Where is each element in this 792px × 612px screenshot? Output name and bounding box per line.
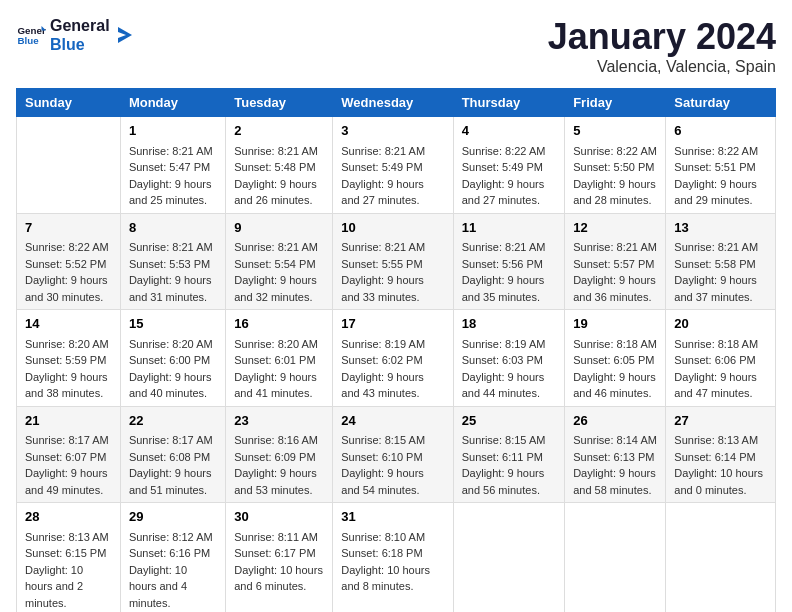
sunrise: Sunrise: 8:19 AM xyxy=(341,338,425,350)
sunset: Sunset: 5:49 PM xyxy=(462,161,543,173)
day-number: 13 xyxy=(674,218,767,238)
calendar-cell xyxy=(666,503,776,613)
logo-blue-text: Blue xyxy=(50,35,110,54)
calendar-header-row: SundayMondayTuesdayWednesdayThursdayFrid… xyxy=(17,89,776,117)
sunset: Sunset: 6:10 PM xyxy=(341,451,422,463)
daylight: Daylight: 9 hours and 29 minutes. xyxy=(674,178,757,207)
subtitle: Valencia, Valencia, Spain xyxy=(548,58,776,76)
cell-content: Sunrise: 8:19 AMSunset: 6:02 PMDaylight:… xyxy=(341,336,444,402)
cell-content: Sunrise: 8:13 AMSunset: 6:14 PMDaylight:… xyxy=(674,432,767,498)
calendar-cell: 10Sunrise: 8:21 AMSunset: 5:55 PMDayligh… xyxy=(333,213,453,310)
daylight: Daylight: 9 hours and 44 minutes. xyxy=(462,371,545,400)
sunrise: Sunrise: 8:20 AM xyxy=(129,338,213,350)
calendar-cell: 4Sunrise: 8:22 AMSunset: 5:49 PMDaylight… xyxy=(453,117,565,214)
day-number: 16 xyxy=(234,314,324,334)
calendar-cell: 18Sunrise: 8:19 AMSunset: 6:03 PMDayligh… xyxy=(453,310,565,407)
daylight: Daylight: 9 hours and 46 minutes. xyxy=(573,371,656,400)
calendar-cell: 1Sunrise: 8:21 AMSunset: 5:47 PMDaylight… xyxy=(120,117,225,214)
cell-content: Sunrise: 8:14 AMSunset: 6:13 PMDaylight:… xyxy=(573,432,657,498)
day-number: 9 xyxy=(234,218,324,238)
logo-general-text: General xyxy=(50,16,110,35)
daylight: Daylight: 9 hours and 58 minutes. xyxy=(573,467,656,496)
calendar-cell: 13Sunrise: 8:21 AMSunset: 5:58 PMDayligh… xyxy=(666,213,776,310)
sunrise: Sunrise: 8:21 AM xyxy=(674,241,758,253)
daylight: Daylight: 9 hours and 47 minutes. xyxy=(674,371,757,400)
cell-content: Sunrise: 8:10 AMSunset: 6:18 PMDaylight:… xyxy=(341,529,444,595)
sunset: Sunset: 6:18 PM xyxy=(341,547,422,559)
daylight: Daylight: 9 hours and 43 minutes. xyxy=(341,371,424,400)
day-number: 4 xyxy=(462,121,557,141)
sunset: Sunset: 6:00 PM xyxy=(129,354,210,366)
day-number: 31 xyxy=(341,507,444,527)
day-number: 19 xyxy=(573,314,657,334)
day-number: 23 xyxy=(234,411,324,431)
calendar-cell: 2Sunrise: 8:21 AMSunset: 5:48 PMDaylight… xyxy=(226,117,333,214)
sunset: Sunset: 5:49 PM xyxy=(341,161,422,173)
sunrise: Sunrise: 8:19 AM xyxy=(462,338,546,350)
calendar-cell xyxy=(565,503,666,613)
daylight: Daylight: 10 hours and 0 minutes. xyxy=(674,467,763,496)
day-number: 5 xyxy=(573,121,657,141)
day-number: 24 xyxy=(341,411,444,431)
day-number: 28 xyxy=(25,507,112,527)
daylight: Daylight: 9 hours and 31 minutes. xyxy=(129,274,212,303)
sunset: Sunset: 5:54 PM xyxy=(234,258,315,270)
sunrise: Sunrise: 8:20 AM xyxy=(25,338,109,350)
sunrise: Sunrise: 8:13 AM xyxy=(674,434,758,446)
day-number: 2 xyxy=(234,121,324,141)
cell-content: Sunrise: 8:22 AMSunset: 5:52 PMDaylight:… xyxy=(25,239,112,305)
day-number: 3 xyxy=(341,121,444,141)
calendar-cell: 21Sunrise: 8:17 AMSunset: 6:07 PMDayligh… xyxy=(17,406,121,503)
day-number: 6 xyxy=(674,121,767,141)
cell-content: Sunrise: 8:18 AMSunset: 6:06 PMDaylight:… xyxy=(674,336,767,402)
calendar-cell: 11Sunrise: 8:21 AMSunset: 5:56 PMDayligh… xyxy=(453,213,565,310)
sunset: Sunset: 6:13 PM xyxy=(573,451,654,463)
calendar-cell: 29Sunrise: 8:12 AMSunset: 6:16 PMDayligh… xyxy=(120,503,225,613)
daylight: Daylight: 9 hours and 33 minutes. xyxy=(341,274,424,303)
svg-text:Blue: Blue xyxy=(18,35,40,46)
header-thursday: Thursday xyxy=(453,89,565,117)
cell-content: Sunrise: 8:21 AMSunset: 5:58 PMDaylight:… xyxy=(674,239,767,305)
sunset: Sunset: 6:14 PM xyxy=(674,451,755,463)
sunrise: Sunrise: 8:10 AM xyxy=(341,531,425,543)
header-sunday: Sunday xyxy=(17,89,121,117)
day-number: 25 xyxy=(462,411,557,431)
title-section: January 2024 Valencia, Valencia, Spain xyxy=(548,16,776,76)
calendar-cell: 15Sunrise: 8:20 AMSunset: 6:00 PMDayligh… xyxy=(120,310,225,407)
sunset: Sunset: 5:52 PM xyxy=(25,258,106,270)
header-wednesday: Wednesday xyxy=(333,89,453,117)
sunrise: Sunrise: 8:22 AM xyxy=(462,145,546,157)
calendar-cell: 30Sunrise: 8:11 AMSunset: 6:17 PMDayligh… xyxy=(226,503,333,613)
sunset: Sunset: 6:03 PM xyxy=(462,354,543,366)
calendar-cell: 27Sunrise: 8:13 AMSunset: 6:14 PMDayligh… xyxy=(666,406,776,503)
sunset: Sunset: 6:09 PM xyxy=(234,451,315,463)
cell-content: Sunrise: 8:21 AMSunset: 5:47 PMDaylight:… xyxy=(129,143,217,209)
header-saturday: Saturday xyxy=(666,89,776,117)
sunset: Sunset: 6:15 PM xyxy=(25,547,106,559)
sunset: Sunset: 6:07 PM xyxy=(25,451,106,463)
calendar-cell: 9Sunrise: 8:21 AMSunset: 5:54 PMDaylight… xyxy=(226,213,333,310)
day-number: 21 xyxy=(25,411,112,431)
day-number: 26 xyxy=(573,411,657,431)
calendar-cell: 6Sunrise: 8:22 AMSunset: 5:51 PMDaylight… xyxy=(666,117,776,214)
cell-content: Sunrise: 8:21 AMSunset: 5:57 PMDaylight:… xyxy=(573,239,657,305)
sunrise: Sunrise: 8:14 AM xyxy=(573,434,657,446)
calendar-cell: 23Sunrise: 8:16 AMSunset: 6:09 PMDayligh… xyxy=(226,406,333,503)
cell-content: Sunrise: 8:20 AMSunset: 5:59 PMDaylight:… xyxy=(25,336,112,402)
sunrise: Sunrise: 8:20 AM xyxy=(234,338,318,350)
sunrise: Sunrise: 8:21 AM xyxy=(341,145,425,157)
daylight: Daylight: 10 hours and 2 minutes. xyxy=(25,564,83,609)
sunrise: Sunrise: 8:22 AM xyxy=(25,241,109,253)
cell-content: Sunrise: 8:16 AMSunset: 6:09 PMDaylight:… xyxy=(234,432,324,498)
sunset: Sunset: 5:59 PM xyxy=(25,354,106,366)
calendar-cell: 8Sunrise: 8:21 AMSunset: 5:53 PMDaylight… xyxy=(120,213,225,310)
daylight: Daylight: 9 hours and 41 minutes. xyxy=(234,371,317,400)
calendar-week-2: 7Sunrise: 8:22 AMSunset: 5:52 PMDaylight… xyxy=(17,213,776,310)
daylight: Daylight: 9 hours and 53 minutes. xyxy=(234,467,317,496)
sunset: Sunset: 5:50 PM xyxy=(573,161,654,173)
cell-content: Sunrise: 8:21 AMSunset: 5:53 PMDaylight:… xyxy=(129,239,217,305)
daylight: Daylight: 9 hours and 51 minutes. xyxy=(129,467,212,496)
day-number: 27 xyxy=(674,411,767,431)
cell-content: Sunrise: 8:22 AMSunset: 5:49 PMDaylight:… xyxy=(462,143,557,209)
sunset: Sunset: 5:53 PM xyxy=(129,258,210,270)
